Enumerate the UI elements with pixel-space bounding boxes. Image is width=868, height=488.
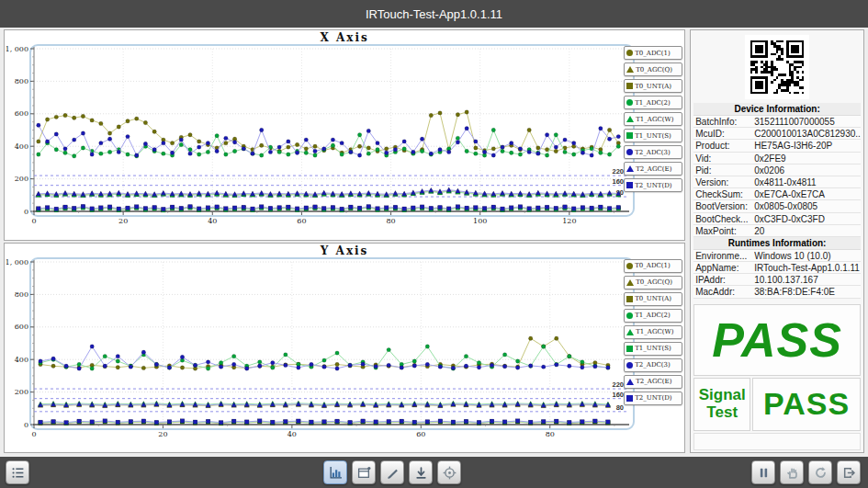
title-bar: IRTouch-Test-App1.0.1.11 xyxy=(0,0,868,28)
triangle-marker-icon xyxy=(626,165,634,172)
svg-text:220: 220 xyxy=(612,380,624,389)
info-key: AppName: xyxy=(693,262,754,273)
info-value: HE75AG-I3H6-20P xyxy=(754,140,861,151)
svg-text:0: 0 xyxy=(31,430,36,438)
legend-label: T0_ADC(1) xyxy=(635,262,671,269)
menu-list-button[interactable] xyxy=(6,460,29,484)
info-row: CheckSum:0xE7CA-0xE7CA xyxy=(693,188,861,200)
main-content: X Axis 02004006008001, 00002040608010012… xyxy=(0,28,868,457)
info-key: MaxPoint: xyxy=(693,225,754,236)
pause-button[interactable] xyxy=(751,460,775,484)
legend-item[interactable]: T2_UNT(D) xyxy=(624,178,682,192)
square-marker-icon xyxy=(626,346,633,352)
info-key: IPAddr: xyxy=(693,274,754,285)
legend-item[interactable]: T0_ADC(1) xyxy=(624,259,682,273)
info-key: Version: xyxy=(693,176,754,187)
chart-plot: 02004006008001, 00002040608022016080 xyxy=(6,257,635,452)
legend-item[interactable]: T2_AGC(E) xyxy=(624,375,682,389)
legend-item[interactable]: T2_UNT(D) xyxy=(624,392,682,405)
qr-code xyxy=(693,32,861,103)
signal-result-badge: PASS xyxy=(763,386,850,422)
window-button[interactable] xyxy=(352,460,376,484)
exit-button[interactable] xyxy=(837,460,861,484)
info-row: Version:0x4811-0x4811 xyxy=(693,176,861,188)
info-value: 0x2FE9 xyxy=(754,153,861,164)
signal-test-cell: Signal Test xyxy=(693,378,750,431)
info-key: BootVersion: xyxy=(693,200,754,211)
legend-item[interactable]: T0_AGC(Q) xyxy=(624,276,682,289)
download-button[interactable] xyxy=(409,460,433,484)
legend-label: T1_ADC(2) xyxy=(635,99,671,107)
info-value: 0x4811-0x4811 xyxy=(754,176,861,187)
svg-text:120: 120 xyxy=(562,217,576,225)
legend-item[interactable]: T1_AGC(W) xyxy=(624,325,682,339)
info-key: BootCheck... xyxy=(693,213,754,224)
window-title: IRTouch-Test-App1.0.1.11 xyxy=(366,7,502,21)
legend-label: T1_UNT(S) xyxy=(635,345,671,352)
refresh-icon xyxy=(814,466,828,480)
square-marker-icon xyxy=(626,132,633,139)
legend-label: T0_UNT(A) xyxy=(635,295,671,302)
info-key: McuID: xyxy=(693,128,754,139)
info-value: IRTouch-Test-App1.0.1.11 xyxy=(754,262,861,273)
info-value: 0x0805-0x0805 xyxy=(754,200,861,211)
empty-result-area xyxy=(693,433,861,450)
square-marker-icon xyxy=(626,83,633,89)
signal-test-row: Signal Test PASS xyxy=(693,378,861,431)
legend-item[interactable]: T1_ADC(2) xyxy=(624,309,682,323)
edit-button[interactable] xyxy=(380,460,404,484)
svg-text:200: 200 xyxy=(15,388,28,396)
legend-label: T0_ADC(1) xyxy=(635,50,671,57)
info-row: BootCheck...0xC3FD-0xC3FD xyxy=(693,213,861,225)
toolbar-right-group xyxy=(751,460,861,484)
legend-item[interactable]: T1_UNT(S) xyxy=(624,129,682,142)
svg-text:20: 20 xyxy=(118,217,128,225)
legend-item[interactable]: T0_AGC(Q) xyxy=(624,62,682,76)
legend-item[interactable]: T1_AGC(W) xyxy=(624,112,682,126)
info-row: Pid:0x0206 xyxy=(693,165,861,176)
legend-item[interactable]: T2_AGC(E) xyxy=(624,162,682,176)
legend-item[interactable]: T2_ADC(3) xyxy=(624,145,682,159)
svg-text:160: 160 xyxy=(612,177,624,186)
locate-button[interactable] xyxy=(437,460,461,484)
triangle-marker-icon xyxy=(626,329,634,335)
charts-column: X Axis 02004006008001, 00002040608010012… xyxy=(4,29,685,453)
info-row: MacAddr:38:BA:F8:DE:F4:0E xyxy=(693,286,861,298)
info-row: Vid:0x2FE9 xyxy=(693,153,861,165)
exit-icon xyxy=(842,466,856,480)
chart-plot: 02004006008001, 000020406080100120220160… xyxy=(6,44,635,239)
legend-item[interactable]: T1_ADC(2) xyxy=(624,96,682,109)
pencil-icon xyxy=(386,466,400,480)
info-value: Windows 10 (10.0) xyxy=(754,250,861,261)
circle-marker-icon xyxy=(626,263,633,269)
x-axis-chart: X Axis 02004006008001, 00002040608010012… xyxy=(4,29,685,241)
list-icon xyxy=(11,466,25,480)
hand-button[interactable] xyxy=(780,460,804,484)
info-row: IPAddr:10.100.137.167 xyxy=(693,274,861,286)
signal-result-cell: PASS xyxy=(752,378,861,431)
legend-item[interactable]: T0_ADC(1) xyxy=(624,46,682,60)
info-key: Vid: xyxy=(693,153,754,164)
svg-text:1, 000: 1, 000 xyxy=(6,257,28,266)
triangle-marker-icon xyxy=(626,66,634,73)
svg-text:0: 0 xyxy=(31,217,36,225)
triangle-marker-icon xyxy=(626,116,634,122)
toolbar-left-group xyxy=(6,460,29,484)
refresh-button[interactable] xyxy=(808,460,832,484)
legend-item[interactable]: T1_UNT(S) xyxy=(624,342,682,356)
info-value: C200010013A0C812930... xyxy=(754,128,861,139)
legend-item[interactable]: T0_UNT(A) xyxy=(624,79,682,93)
legend-label: T1_ADC(2) xyxy=(635,312,671,319)
legend-item[interactable]: T0_UNT(A) xyxy=(624,292,682,306)
circle-marker-icon xyxy=(626,312,633,319)
chart-view-button[interactable] xyxy=(323,460,347,484)
svg-text:600: 600 xyxy=(15,323,28,331)
svg-text:0: 0 xyxy=(24,208,28,216)
circle-marker-icon xyxy=(626,149,633,155)
triangle-marker-icon xyxy=(626,379,634,385)
legend-item[interactable]: T2_ADC(3) xyxy=(624,358,682,372)
svg-text:200: 200 xyxy=(15,175,28,183)
legend-label: T2_UNT(D) xyxy=(635,394,671,402)
chart-icon xyxy=(329,466,343,480)
legend-label: T1_UNT(S) xyxy=(635,132,671,140)
